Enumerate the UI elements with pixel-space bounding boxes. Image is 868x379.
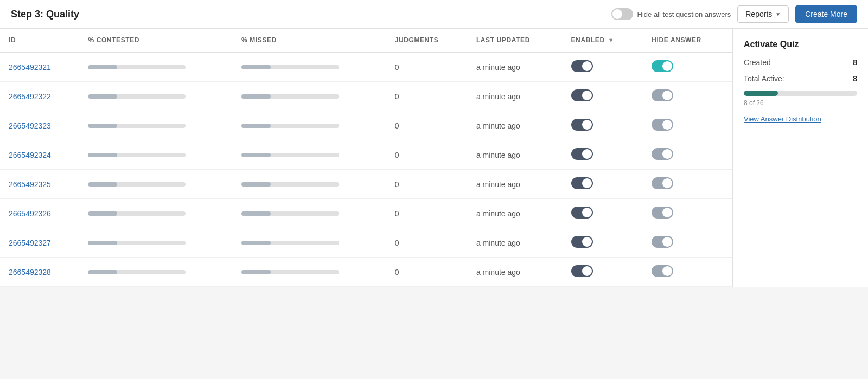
table-row: 26654923260a minute ago	[0, 199, 732, 228]
toggle-knob	[662, 266, 672, 276]
cell-enabled	[563, 228, 643, 258]
cell-pct-contested	[79, 170, 233, 199]
progress-bar-missed	[241, 270, 339, 274]
progress-bar-contested	[88, 94, 186, 99]
progress-bar-missed	[241, 211, 339, 216]
table-row: 26654923240a minute ago	[0, 140, 732, 170]
enabled-toggle[interactable]	[571, 207, 593, 219]
main-layout: ID % CONTESTED % MISSED JUDGMENTS LAST U…	[0, 29, 868, 287]
cell-last-updated: a minute ago	[468, 170, 563, 199]
progress-fill-contested	[88, 94, 117, 99]
id-link[interactable]: 2665492328	[9, 268, 51, 277]
cell-id: 2665492326	[0, 199, 79, 228]
progress-bar-contested	[88, 65, 186, 69]
enabled-toggle[interactable]	[571, 60, 593, 72]
toggle-knob	[582, 266, 592, 276]
cell-pct-missed	[233, 82, 386, 111]
cell-last-updated: a minute ago	[468, 199, 563, 228]
cell-hide-answer	[643, 140, 732, 170]
toggle-knob	[582, 61, 592, 71]
reports-button[interactable]: Reports ▼	[737, 5, 789, 23]
created-label: Created	[744, 58, 771, 67]
enabled-toggle[interactable]	[571, 89, 593, 101]
progress-fill-missed	[241, 94, 271, 99]
created-value: 8	[853, 58, 857, 67]
enabled-toggle[interactable]	[571, 119, 593, 131]
col-enabled[interactable]: ENABLED ▼	[563, 29, 643, 52]
enabled-toggle[interactable]	[571, 236, 593, 248]
id-link[interactable]: 2665492321	[9, 63, 51, 72]
toggle-knob	[662, 120, 672, 130]
progress-bar-missed	[241, 241, 339, 245]
id-link[interactable]: 2665492325	[9, 180, 51, 189]
toggle-knob	[582, 237, 592, 247]
enabled-toggle[interactable]	[571, 148, 593, 160]
cell-hide-answer	[643, 52, 732, 82]
hide-answer-toggle[interactable]	[652, 207, 673, 219]
created-row: Created 8	[744, 58, 857, 67]
table-row: 26654923230a minute ago	[0, 111, 732, 140]
progress-sub-label: 8 of 26	[744, 99, 764, 107]
sidebar-panel: Activate Quiz Created 8 Total Active: 8 …	[732, 29, 868, 287]
progress-fill-contested	[88, 153, 117, 157]
progress-bar-wide	[744, 91, 857, 96]
total-active-label: Total Active:	[744, 74, 784, 83]
table-row: 26654923210a minute ago	[0, 52, 732, 82]
hide-answer-toggle[interactable]	[652, 265, 673, 277]
hide-answer-toggle[interactable]	[652, 148, 673, 160]
sidebar-title: Activate Quiz	[744, 40, 857, 49]
top-bar: Step 3: Quality Hide all test question a…	[0, 0, 868, 29]
progress-fill-missed	[241, 211, 271, 216]
id-link[interactable]: 2665492322	[9, 92, 51, 101]
view-answer-distribution-link[interactable]: View Answer Distribution	[744, 115, 821, 123]
cell-pct-contested	[79, 111, 233, 140]
cell-enabled	[563, 258, 643, 287]
top-bar-right: Hide all test question answers Reports ▼…	[611, 5, 857, 23]
hide-answers-label: Hide all test question answers	[637, 10, 731, 18]
hide-answer-toggle[interactable]	[652, 119, 673, 131]
hide-answer-toggle[interactable]	[652, 89, 673, 101]
cell-enabled	[563, 82, 643, 111]
id-link[interactable]: 2665492323	[9, 121, 51, 130]
progress-fill-contested	[88, 241, 117, 245]
cell-id: 2665492322	[0, 82, 79, 111]
create-more-button[interactable]: Create More	[795, 5, 857, 23]
col-id: ID	[0, 29, 79, 52]
hide-answer-toggle[interactable]	[652, 177, 673, 189]
cell-enabled	[563, 111, 643, 140]
id-link[interactable]: 2665492326	[9, 209, 51, 218]
cell-hide-answer	[643, 82, 732, 111]
toggle-knob	[662, 61, 672, 71]
toggle-knob	[662, 208, 672, 217]
cell-last-updated: a minute ago	[468, 140, 563, 170]
cell-pct-missed	[233, 140, 386, 170]
progress-fill-contested	[88, 182, 117, 187]
cell-enabled	[563, 199, 643, 228]
hide-answer-toggle[interactable]	[652, 60, 673, 72]
cell-pct-missed	[233, 228, 386, 258]
col-last-updated: LAST UPDATED	[468, 29, 563, 52]
cell-hide-answer	[643, 170, 732, 199]
hide-answers-toggle[interactable]	[611, 8, 633, 20]
progress-section: 8 of 26	[744, 91, 857, 107]
cell-enabled	[563, 170, 643, 199]
cell-hide-answer	[643, 228, 732, 258]
cell-pct-missed	[233, 258, 386, 287]
enabled-toggle[interactable]	[571, 265, 593, 277]
step-title: Step 3: Quality	[11, 9, 79, 20]
id-link[interactable]: 2665492324	[9, 151, 51, 159]
hide-answer-toggle[interactable]	[652, 236, 673, 248]
toggle-knob	[582, 120, 592, 130]
cell-pct-contested	[79, 52, 233, 82]
quality-table: ID % CONTESTED % MISSED JUDGMENTS LAST U…	[0, 29, 732, 287]
progress-bar-contested	[88, 153, 186, 157]
id-link[interactable]: 2665492327	[9, 239, 51, 247]
cell-enabled	[563, 140, 643, 170]
progress-fill-missed	[241, 182, 271, 187]
progress-bar-missed	[241, 65, 339, 69]
progress-fill-contested	[88, 65, 117, 69]
cell-id: 2665492328	[0, 258, 79, 287]
cell-last-updated: a minute ago	[468, 228, 563, 258]
enabled-toggle[interactable]	[571, 177, 593, 189]
progress-fill-contested	[88, 211, 117, 216]
